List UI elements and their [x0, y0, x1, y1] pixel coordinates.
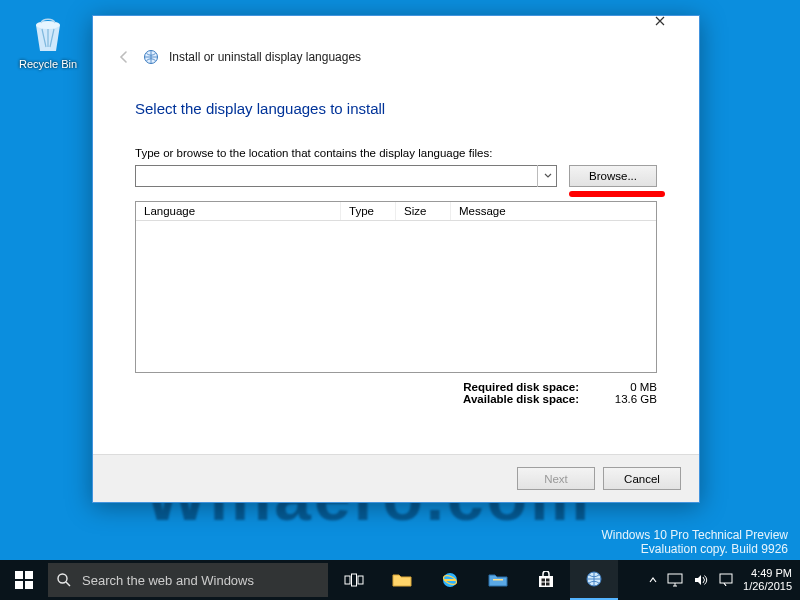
- browse-button[interactable]: Browse...: [569, 165, 657, 187]
- cancel-button[interactable]: Cancel: [603, 467, 681, 490]
- chevron-down-icon: [544, 173, 552, 179]
- svg-rect-8: [345, 576, 350, 584]
- column-header-message[interactable]: Message: [451, 202, 656, 220]
- recycle-bin[interactable]: Recycle Bin: [18, 15, 78, 70]
- column-header-language[interactable]: Language: [136, 202, 341, 220]
- taskbar-ie[interactable]: [426, 560, 474, 600]
- svg-rect-3: [25, 571, 33, 579]
- column-header-type[interactable]: Type: [341, 202, 396, 220]
- available-disk-value: 13.6 GB: [605, 393, 657, 405]
- tray-action-center[interactable]: [719, 573, 733, 587]
- start-button[interactable]: [0, 560, 48, 600]
- page-heading: Select the display languages to install: [135, 100, 657, 117]
- svg-rect-15: [542, 579, 546, 582]
- language-table[interactable]: Language Type Size Message: [135, 201, 657, 373]
- column-header-size[interactable]: Size: [396, 202, 451, 220]
- language-pack-icon: [143, 49, 159, 65]
- desktop-watermark: Windows 10 Pro Technical Preview Evaluat…: [601, 528, 788, 556]
- tray-date: 1/26/2015: [743, 580, 792, 593]
- svg-line-7: [66, 582, 70, 586]
- tray-time: 4:49 PM: [743, 567, 792, 580]
- store-icon: [537, 571, 555, 589]
- svg-rect-16: [546, 579, 550, 582]
- taskbar-language-pack[interactable]: [570, 560, 618, 600]
- taskbar-store[interactable]: [522, 560, 570, 600]
- annotation-redline: [569, 191, 665, 197]
- system-tray: 4:49 PM 1/26/2015: [649, 567, 800, 593]
- disk-info: Required disk space: 0 MB Available disk…: [135, 381, 657, 405]
- globe-icon: [584, 569, 604, 589]
- close-button[interactable]: [655, 16, 699, 44]
- dialog-title: Install or uninstall display languages: [169, 50, 361, 64]
- path-input[interactable]: [135, 165, 557, 187]
- svg-rect-13: [493, 579, 503, 581]
- search-icon: [56, 572, 72, 588]
- svg-rect-17: [542, 583, 546, 586]
- available-disk-label: Available disk space:: [449, 393, 579, 405]
- tray-volume-icon[interactable]: [693, 573, 709, 587]
- close-icon: [655, 16, 665, 26]
- chevron-up-icon: [649, 577, 657, 583]
- recycle-bin-icon: [28, 15, 68, 55]
- svg-rect-2: [15, 571, 23, 579]
- svg-rect-5: [25, 581, 33, 589]
- dialog-titlebar[interactable]: [93, 16, 699, 46]
- ie-icon: [440, 570, 460, 590]
- taskbar: Search the web and Windows: [0, 560, 800, 600]
- path-prompt: Type or browse to the location that cont…: [135, 147, 657, 159]
- notification-icon: [719, 573, 733, 587]
- language-pack-dialog: Install or uninstall display languages S…: [92, 15, 700, 503]
- taskbar-search[interactable]: Search the web and Windows: [48, 563, 328, 597]
- svg-rect-4: [15, 581, 23, 589]
- folder-blue-icon: [488, 572, 508, 588]
- recycle-bin-label: Recycle Bin: [18, 58, 78, 70]
- svg-point-6: [58, 574, 67, 583]
- required-disk-label: Required disk space:: [449, 381, 579, 393]
- next-button[interactable]: Next: [517, 467, 595, 490]
- back-arrow-icon: [116, 49, 132, 65]
- tray-monitor-icon[interactable]: [667, 573, 683, 587]
- taskbar-file-explorer[interactable]: [378, 560, 426, 600]
- folder-icon: [392, 572, 412, 588]
- tray-overflow[interactable]: [649, 577, 657, 583]
- back-button[interactable]: [115, 48, 133, 66]
- task-view-button[interactable]: [330, 560, 378, 600]
- svg-rect-18: [546, 583, 550, 586]
- windows-logo-icon: [15, 571, 33, 589]
- monitor-icon: [667, 573, 683, 587]
- combobox-dropdown-button[interactable]: [537, 165, 557, 187]
- volume-icon: [693, 573, 709, 587]
- taskbar-file-explorer-2[interactable]: [474, 560, 522, 600]
- required-disk-value: 0 MB: [605, 381, 657, 393]
- path-combobox[interactable]: [135, 165, 557, 187]
- search-placeholder: Search the web and Windows: [82, 573, 254, 588]
- tray-clock[interactable]: 4:49 PM 1/26/2015: [743, 567, 792, 593]
- task-view-icon: [344, 572, 364, 588]
- svg-rect-20: [668, 574, 682, 583]
- svg-rect-23: [720, 574, 732, 583]
- svg-rect-10: [358, 576, 363, 584]
- svg-rect-9: [352, 574, 357, 586]
- svg-point-0: [36, 21, 60, 29]
